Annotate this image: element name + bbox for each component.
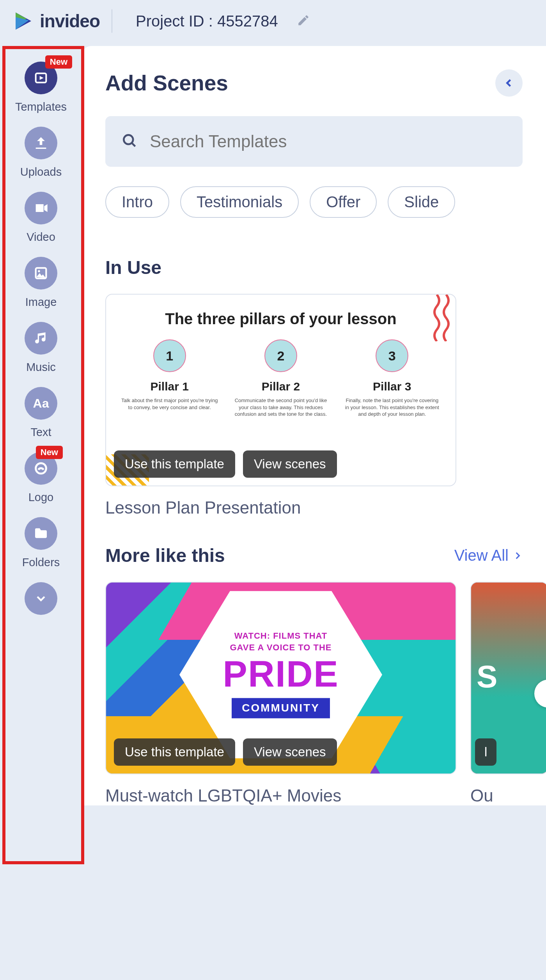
sidebar-item-image[interactable]: Image xyxy=(25,257,57,309)
template-thumbnail: WATCH: FILMS THAT GAVE A VOICE TO THE PR… xyxy=(105,582,456,774)
sidebar-item-label: Logo xyxy=(28,491,54,504)
text-icon: Aa xyxy=(25,387,57,420)
brand-name: invideo xyxy=(40,11,100,32)
logo-mark-icon xyxy=(12,9,35,33)
upload-icon xyxy=(25,127,57,159)
new-badge: New xyxy=(45,55,72,69)
pillar-3: 3 Pillar 3 Finally, note the last point … xyxy=(343,339,441,418)
template-card[interactable]: WATCH: FILMS THAT GAVE A VOICE TO THE PR… xyxy=(105,582,456,805)
search-input[interactable] xyxy=(150,132,507,151)
sidebar-item-templates[interactable]: New Templates xyxy=(15,62,67,113)
chip-testimonials[interactable]: Testimonials xyxy=(180,186,299,218)
sidebar-item-text[interactable]: Aa Text xyxy=(25,387,57,439)
chevron-right-icon xyxy=(512,551,523,561)
template-title: Must-watch LGBTQIA+ Movies xyxy=(105,786,456,805)
video-icon xyxy=(25,192,57,224)
decoration-squiggle-icon xyxy=(432,295,456,334)
use-template-button[interactable]: Use this template xyxy=(114,450,235,478)
folder-icon xyxy=(25,517,57,550)
sidebar-item-label: Music xyxy=(26,361,56,374)
chip-offer[interactable]: Offer xyxy=(310,186,377,218)
new-badge: New xyxy=(36,446,63,459)
template-thumbnail: The three pillars of your lesson 1 Pilla… xyxy=(105,294,456,486)
sidebar-item-label: Uploads xyxy=(20,166,62,178)
scenes-panel: Add Scenes Intro Testimonials Offer Slid… xyxy=(82,46,546,805)
template-title-partial: Ou xyxy=(470,786,546,805)
section-title-in-use: In Use xyxy=(105,257,546,278)
pillar-1: 1 Pillar 1 Talk about the first major po… xyxy=(121,339,218,418)
left-sidebar: New Templates Uploads Video Image xyxy=(0,46,82,805)
sidebar-more-button[interactable] xyxy=(25,582,57,615)
edit-icon[interactable] xyxy=(297,14,310,28)
sidebar-item-uploads[interactable]: Uploads xyxy=(20,127,62,178)
section-title-more: More like this xyxy=(105,545,225,566)
template-title: Lesson Plan Presentation xyxy=(105,498,456,517)
view-all-label: View All xyxy=(454,547,509,564)
search-field[interactable] xyxy=(105,116,523,167)
sidebar-item-video[interactable]: Video xyxy=(25,192,57,244)
pillar-2: 2 Pillar 2 Communicate the second point … xyxy=(232,339,330,418)
view-scenes-button[interactable]: View scenes xyxy=(243,738,337,766)
chip-intro[interactable]: Intro xyxy=(105,186,169,218)
thumb-heading: The three pillars of your lesson xyxy=(118,310,444,328)
chip-slide[interactable]: Slide xyxy=(388,186,455,218)
template-thumbnail: S l xyxy=(470,582,546,774)
search-icon xyxy=(121,132,138,151)
brand-logo[interactable]: invideo xyxy=(12,9,112,33)
svg-marker-4 xyxy=(40,76,44,80)
template-card[interactable]: The three pillars of your lesson 1 Pilla… xyxy=(105,294,456,517)
image-icon xyxy=(25,257,57,290)
svg-point-8 xyxy=(124,135,133,144)
use-template-button[interactable]: Use this template xyxy=(114,738,235,766)
view-scenes-button[interactable]: View scenes xyxy=(243,450,337,478)
template-card-partial[interactable]: S l Ou xyxy=(470,582,546,805)
sidebar-item-label: Image xyxy=(25,296,57,309)
sidebar-item-label: Video xyxy=(27,231,55,244)
panel-title: Add Scenes xyxy=(105,71,228,95)
sidebar-item-label: Text xyxy=(30,426,51,439)
sidebar-item-logo[interactable]: New Logo xyxy=(25,452,57,504)
view-all-link[interactable]: View All xyxy=(454,547,523,564)
category-chips: Intro Testimonials Offer Slide xyxy=(105,186,546,218)
sidebar-item-label: Folders xyxy=(22,556,60,569)
sidebar-item-music[interactable]: Music xyxy=(25,322,57,374)
collapse-panel-button[interactable] xyxy=(495,69,523,97)
svg-line-9 xyxy=(132,143,135,147)
use-template-button-partial[interactable]: l xyxy=(475,738,496,766)
svg-point-6 xyxy=(38,270,40,272)
top-bar: invideo Project ID : 4552784 xyxy=(0,0,546,42)
project-id-label: Project ID : 4552784 xyxy=(136,12,278,30)
sidebar-item-folders[interactable]: Folders xyxy=(22,517,60,569)
music-icon xyxy=(25,322,57,355)
sidebar-item-label: Templates xyxy=(15,101,67,113)
